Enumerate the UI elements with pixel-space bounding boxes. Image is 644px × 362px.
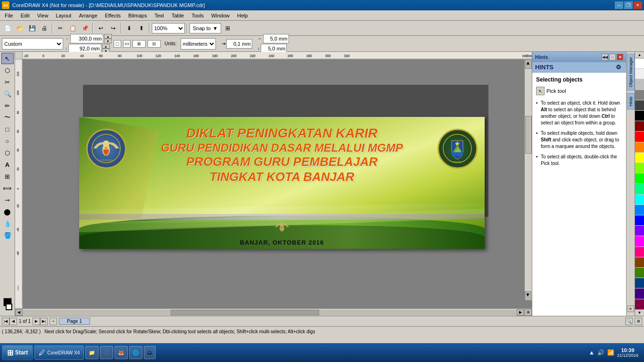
- color-blue[interactable]: [635, 215, 644, 226]
- color-darkred[interactable]: [635, 121, 644, 132]
- page-next-btn[interactable]: ▶: [33, 318, 40, 325]
- paste-button[interactable]: 📌: [79, 23, 91, 34]
- page-tab[interactable]: Page 1: [59, 318, 90, 325]
- zoom-tool[interactable]: 🔍: [1, 88, 14, 99]
- restore-button[interactable]: ❐: [624, 1, 633, 9]
- dimension-tool[interactable]: ⟺: [1, 182, 14, 194]
- menu-text[interactable]: Text: [151, 12, 168, 19]
- hints-collapse-btn[interactable]: ◀◀: [602, 54, 608, 60]
- cut-button[interactable]: ✂: [55, 23, 66, 34]
- h-scroll-thumb[interactable]: [171, 310, 319, 315]
- freehand-tool[interactable]: ✏: [1, 100, 14, 111]
- color-magenta[interactable]: [635, 236, 644, 247]
- taskbar-app6[interactable]: 🗂: [144, 346, 156, 359]
- eyedropper-tool[interactable]: 💧: [1, 218, 14, 229]
- color-purple[interactable]: [635, 226, 644, 236]
- color-chartreuse[interactable]: [635, 163, 644, 173]
- taskbar-coreldraw[interactable]: 🖊 CorelDRAW X4: [34, 346, 84, 360]
- export-button[interactable]: ⬆: [136, 23, 147, 34]
- color-green[interactable]: [635, 173, 644, 184]
- menu-table[interactable]: Table: [168, 12, 188, 19]
- color-yellow[interactable]: [635, 153, 644, 163]
- page-last-btn[interactable]: ▶|: [40, 318, 48, 325]
- shape-tool[interactable]: ⬡: [1, 65, 14, 76]
- color-springgreen[interactable]: [635, 184, 644, 194]
- crop-tool[interactable]: ✂: [1, 76, 14, 88]
- v-scroll-up[interactable]: ▲: [525, 59, 532, 69]
- menu-window[interactable]: Window: [207, 12, 233, 19]
- menu-bitmaps[interactable]: Bitmaps: [124, 12, 151, 19]
- units-select[interactable]: millimeters: [181, 38, 216, 49]
- color-indigo[interactable]: [635, 288, 644, 299]
- snap-options-button[interactable]: ⊞: [222, 23, 233, 34]
- add-page-btn[interactable]: +: [50, 318, 57, 325]
- color-darkgray[interactable]: [635, 100, 644, 111]
- copy-button[interactable]: 📋: [67, 23, 78, 34]
- color-navy[interactable]: [635, 278, 644, 288]
- taskbar-firefox[interactable]: 🦊: [115, 346, 128, 359]
- color-red[interactable]: [635, 132, 644, 142]
- connector-tool[interactable]: ⊸: [1, 194, 14, 206]
- color-black[interactable]: [635, 111, 644, 121]
- save-button[interactable]: 💾: [26, 23, 38, 34]
- h-scroll-track[interactable]: [23, 310, 517, 315]
- page-prev-btn[interactable]: ◀: [9, 318, 17, 325]
- menu-effects[interactable]: Effects: [101, 12, 124, 19]
- taskbar-media[interactable]: 🎵: [100, 346, 113, 359]
- color-maroon[interactable]: [635, 299, 644, 309]
- rectangle-tool[interactable]: □: [1, 123, 14, 135]
- taskbar-folder[interactable]: 📁: [85, 346, 99, 359]
- menu-file[interactable]: File: [1, 12, 17, 19]
- undo-button[interactable]: ↩: [95, 23, 107, 34]
- width-up[interactable]: ▲: [104, 34, 112, 39]
- hints-settings-btn[interactable]: ⚙: [616, 64, 623, 71]
- close-button[interactable]: ✕: [634, 1, 642, 9]
- nudge-input[interactable]: [226, 39, 252, 49]
- preset-select[interactable]: Custom: [2, 38, 63, 49]
- redo-button[interactable]: ↪: [107, 23, 119, 34]
- menu-layout[interactable]: Layout: [52, 12, 75, 19]
- color-azure[interactable]: [635, 205, 644, 215]
- page-first-btn[interactable]: |◀: [2, 318, 9, 325]
- menu-view[interactable]: View: [33, 12, 52, 19]
- scroll-expand[interactable]: ⊞: [524, 309, 532, 316]
- color-gray[interactable]: [635, 90, 644, 100]
- color-orange[interactable]: [635, 142, 644, 153]
- v-scrollbar[interactable]: ▲ ▼: [524, 59, 532, 301]
- color-silver[interactable]: [635, 79, 644, 90]
- new-button[interactable]: 📄: [2, 23, 13, 34]
- tab-close-btn[interactable]: ✕: [627, 305, 634, 312]
- page-options-button[interactable]: ⊞: [132, 40, 146, 48]
- canvas-scroll[interactable]: KOTA BANJAR: [23, 59, 532, 308]
- menu-tools[interactable]: Tools: [188, 12, 207, 19]
- smart-draw-tool[interactable]: 〜: [1, 112, 14, 123]
- zoom-out-btn[interactable]: 🔍: [625, 318, 633, 325]
- portrait-button[interactable]: □: [114, 40, 121, 48]
- dup-h-input[interactable]: [263, 34, 289, 43]
- v-scroll-thumb[interactable]: [525, 116, 532, 154]
- color-white[interactable]: [635, 58, 644, 69]
- palette-scroll-up[interactable]: ▲: [635, 52, 644, 58]
- color-rose[interactable]: [635, 247, 644, 257]
- color-cyan[interactable]: [635, 195, 644, 205]
- snap-button[interactable]: Snap to ▼: [190, 23, 221, 33]
- outline-color-box[interactable]: [6, 304, 12, 310]
- h-scroll-right[interactable]: ▶: [517, 309, 524, 316]
- hints-minimize-btn[interactable]: ─: [609, 54, 616, 60]
- start-button[interactable]: ⊞ Start: [2, 345, 33, 360]
- table-tool[interactable]: ⊞: [1, 171, 14, 182]
- menu-arrange[interactable]: Arrange: [75, 12, 101, 19]
- palette-scroll-down[interactable]: ▼: [635, 309, 644, 316]
- blend-tool[interactable]: ⬤: [1, 206, 14, 217]
- zoom-select[interactable]: 100%: [152, 23, 185, 33]
- minimize-button[interactable]: ─: [615, 1, 623, 9]
- hints-close-btn[interactable]: ✕: [617, 54, 623, 60]
- landscape-button[interactable]: ▭: [123, 40, 131, 48]
- h-scrollbar[interactable]: ◀ ▶ ⊞: [15, 308, 532, 316]
- select-tool[interactable]: ↖: [1, 53, 14, 64]
- width-down[interactable]: ▼: [104, 39, 112, 43]
- color-lightgray[interactable]: [635, 69, 644, 79]
- v-scroll-down[interactable]: ▼: [525, 291, 531, 301]
- text-tool[interactable]: A: [1, 159, 14, 170]
- import-button[interactable]: ⬇: [124, 23, 135, 34]
